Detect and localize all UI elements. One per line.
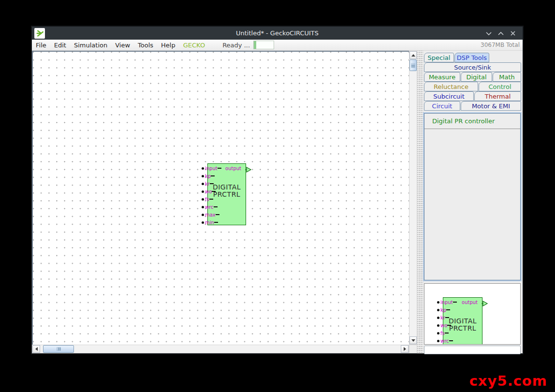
scroll-left-button[interactable]	[32, 345, 40, 353]
watermark: cxy5.com	[469, 373, 547, 389]
input-pin: input	[437, 298, 457, 306]
schematic-canvas[interactable]: input kp kr	[32, 51, 409, 345]
tab-source-sink[interactable]: Source/Sink	[424, 62, 521, 72]
output-pin-arrow-icon[interactable]	[245, 165, 252, 174]
tab-math[interactable]: Math	[493, 72, 521, 82]
vertical-scrollbar[interactable]	[409, 51, 417, 345]
tab-special[interactable]: Special	[424, 53, 454, 62]
status-text: Ready ...	[222, 42, 250, 49]
scroll-down-button[interactable]	[409, 336, 417, 344]
scrollbar-corner	[409, 345, 417, 353]
component-preview-pane: input kp kr wo	[424, 283, 521, 345]
scroll-up-button[interactable]	[409, 51, 417, 59]
input-pin[interactable]: max	[202, 211, 221, 218]
tab-control[interactable]: Control	[479, 82, 521, 91]
tab-measure[interactable]: Measure	[424, 72, 460, 82]
preview-output-pin-arrow-icon	[482, 299, 488, 308]
memory-usage-fill	[254, 41, 256, 49]
tab-dsp-tools[interactable]: DSP Tools	[454, 53, 489, 62]
app-window: Untitled* - GeckoCIRCUITS File Edit Simu…	[31, 26, 524, 354]
input-pin[interactable]: min	[202, 218, 221, 226]
preview-output-pin-label: output	[462, 300, 478, 305]
horizontal-scrollbar[interactable]	[32, 345, 409, 353]
menu-gecko[interactable]: GECKO	[179, 40, 209, 51]
tab-subcircuit[interactable]: Subcircuit	[424, 91, 474, 101]
preview-component-name: DIGITAL PRCTRL	[443, 318, 482, 332]
palette-bottom-field[interactable]	[424, 346, 521, 354]
vertical-scroll-thumb[interactable]	[409, 59, 417, 71]
menu-simulation[interactable]: Simulation	[70, 40, 111, 51]
tab-digital[interactable]: Digital	[461, 72, 492, 82]
input-pin[interactable]: wrc	[202, 203, 221, 211]
menu-bar: File Edit Simulation View Tools Help GEC…	[32, 40, 523, 51]
memory-total-label: 3067MB Total	[481, 40, 520, 51]
tab-thermal[interactable]: Thermal	[474, 91, 521, 101]
horizontal-scroll-thumb[interactable]	[43, 345, 74, 353]
tab-motor-emi[interactable]: Motor & EMI	[461, 101, 521, 111]
input-pin: wrc	[437, 337, 457, 345]
preview-component-digital-prctrl: input kp kr wo	[443, 297, 482, 345]
input-pin[interactable]: input	[202, 164, 221, 172]
tab-reluctance[interactable]: Reluctance	[424, 82, 478, 91]
minimize-button chevron-down-icon[interactable]	[485, 29, 493, 37]
maximize-button chevron-up-icon[interactable]	[497, 29, 505, 37]
component-name: DIGITAL PRCTRL	[208, 184, 246, 198]
menu-file[interactable]: File	[32, 40, 50, 51]
palette-component-list: Digital PR controller	[424, 113, 521, 280]
close-button x-icon[interactable]	[509, 29, 517, 37]
input-pin: kp	[437, 306, 457, 314]
gecko-logo-icon	[34, 28, 45, 39]
scroll-right-button[interactable]	[401, 345, 409, 353]
menu-tools[interactable]: Tools	[134, 40, 157, 51]
memory-usage-bar	[253, 41, 274, 49]
output-pin-label: output	[225, 166, 241, 171]
split-pane-divider[interactable]	[417, 51, 423, 353]
input-pin[interactable]: kp	[202, 172, 221, 180]
window-title: Untitled* - GeckoCIRCUITS	[32, 29, 523, 37]
palette-tabs: Special DSP Tools Source/Sink Measure Di…	[423, 51, 523, 111]
component-palette: Special DSP Tools Source/Sink Measure Di…	[423, 51, 523, 353]
menu-help[interactable]: Help	[157, 40, 179, 51]
tab-circuit[interactable]: Circuit	[424, 101, 460, 111]
list-item-digital-pr-controller[interactable]: Digital PR controller	[424, 114, 520, 129]
menu-view[interactable]: View	[111, 40, 134, 51]
component-digital-prctrl[interactable]: input kp kr	[207, 163, 246, 225]
menu-edit[interactable]: Edit	[50, 40, 70, 51]
title-bar: Untitled* - GeckoCIRCUITS	[32, 27, 523, 40]
